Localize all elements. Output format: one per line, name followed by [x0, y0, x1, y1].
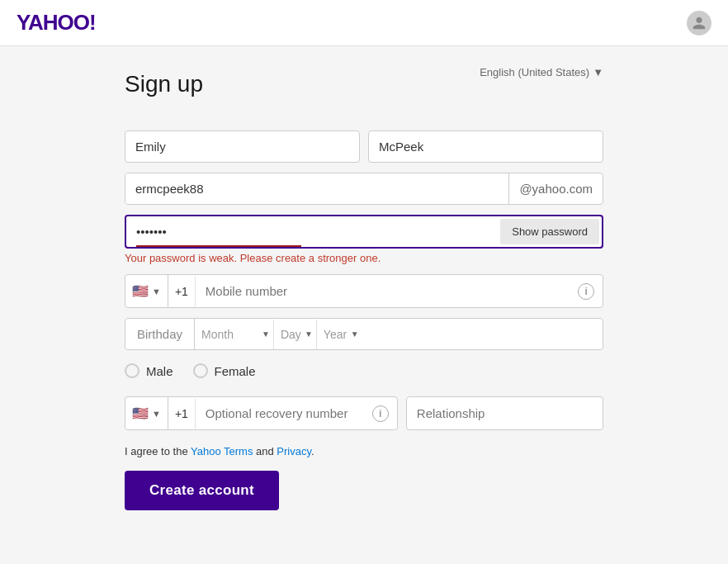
last-name-input[interactable]: [368, 130, 603, 163]
male-label: Male: [146, 364, 173, 378]
day-select-wrapper: Day for(let i=1;i<=31;i++) document.writ…: [274, 320, 317, 349]
terms-row: I agree to the Yahoo Terms and Privacy.: [125, 445, 603, 457]
header: YAHOO!: [0, 0, 728, 46]
phone-row: 🇺🇸 ▼ +1 i: [125, 274, 603, 308]
recovery-row: 🇺🇸 ▼ +1 i: [125, 396, 603, 430]
password-input[interactable]: [126, 216, 498, 247]
gender-row: Male Female: [125, 360, 603, 382]
recovery-flag-selector[interactable]: 🇺🇸 ▼: [125, 397, 168, 429]
phone-input[interactable]: [196, 276, 578, 306]
year-select[interactable]: Year: [317, 320, 354, 349]
recovery-us-flag-icon: 🇺🇸: [132, 405, 149, 421]
password-strength-indicator: [136, 245, 301, 247]
recovery-chevron-icon: ▼: [152, 409, 161, 419]
female-radio-button[interactable]: [193, 363, 208, 378]
username-input[interactable]: [125, 173, 508, 204]
female-radio-option[interactable]: Female: [193, 363, 256, 378]
birthday-row: Birthday Month JanuaryFebruaryMarch Apri…: [125, 318, 603, 350]
birthday-label: Birthday: [125, 319, 195, 349]
female-label: Female: [215, 364, 256, 378]
page-title: Sign up: [125, 71, 203, 97]
us-flag-icon: 🇺🇸: [132, 283, 149, 299]
phone-chevron-icon: ▼: [152, 287, 161, 296]
user-avatar-icon[interactable]: [687, 11, 711, 36]
create-account-button[interactable]: Create account: [125, 471, 279, 510]
day-chevron-icon: ▼: [305, 329, 313, 339]
recovery-phone-container: 🇺🇸 ▼ +1 i: [125, 396, 398, 430]
terms-and: and: [253, 445, 277, 457]
main-content: Sign up English (United States) ▼ @yahoo…: [108, 71, 620, 510]
language-chevron-icon: ▼: [593, 66, 603, 78]
phone-info-icon[interactable]: i: [578, 283, 594, 300]
phone-country-code: +1: [168, 277, 196, 306]
male-radio-option[interactable]: Male: [125, 363, 173, 378]
recovery-phone-input[interactable]: [196, 398, 372, 429]
phone-flag-selector[interactable]: 🇺🇸 ▼: [125, 275, 168, 307]
name-row: [125, 130, 603, 163]
recovery-country-code: +1: [168, 399, 196, 429]
terms-suffix: .: [311, 445, 314, 457]
yahoo-domain-label: @yahoo.com: [508, 173, 603, 204]
year-chevron-icon: ▼: [351, 329, 359, 339]
username-row: @yahoo.com: [125, 173, 603, 205]
year-select-wrapper: Year ▼: [317, 320, 362, 349]
title-row: Sign up English (United States) ▼: [125, 71, 603, 114]
month-chevron-icon: ▼: [262, 329, 270, 339]
yahoo-terms-link[interactable]: Yahoo Terms: [191, 445, 253, 457]
language-label: English (United States): [480, 66, 589, 78]
first-name-input[interactable]: [125, 130, 360, 163]
terms-prefix: I agree to the: [125, 445, 191, 457]
day-select[interactable]: Day for(let i=1;i<=31;i++) document.writ…: [274, 320, 308, 349]
password-row: Show password: [125, 215, 603, 249]
password-warning: Your password is weak. Please create a s…: [125, 252, 603, 264]
recovery-info-icon[interactable]: i: [372, 405, 389, 422]
show-password-button[interactable]: Show password: [500, 219, 599, 244]
privacy-link[interactable]: Privacy: [277, 445, 311, 457]
relationship-input[interactable]: [406, 396, 603, 430]
yahoo-logo: YAHOO!: [17, 10, 96, 36]
male-radio-button[interactable]: [125, 363, 139, 378]
month-select[interactable]: Month JanuaryFebruaryMarch AprilMayJune …: [195, 320, 265, 349]
month-select-wrapper: Month JanuaryFebruaryMarch AprilMayJune …: [195, 320, 274, 349]
language-selector[interactable]: English (United States) ▼: [480, 66, 603, 78]
